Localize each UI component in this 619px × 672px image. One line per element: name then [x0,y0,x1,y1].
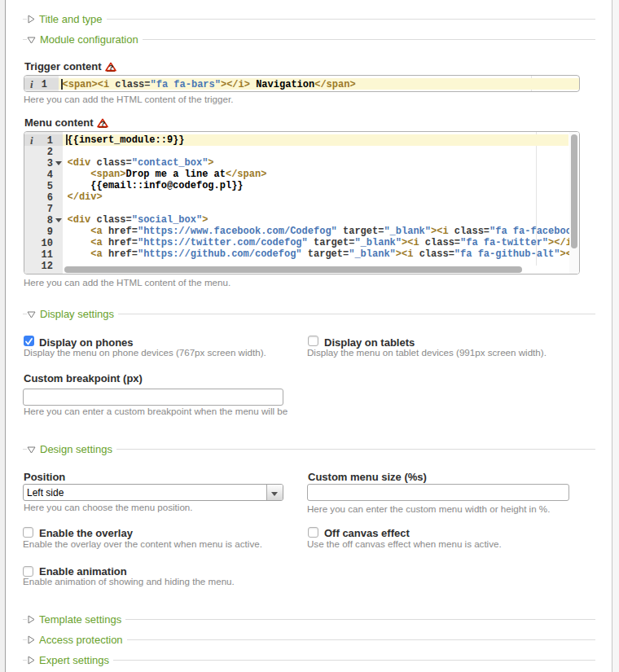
svg-text:?: ? [100,119,105,128]
svg-text:?: ? [108,63,113,72]
